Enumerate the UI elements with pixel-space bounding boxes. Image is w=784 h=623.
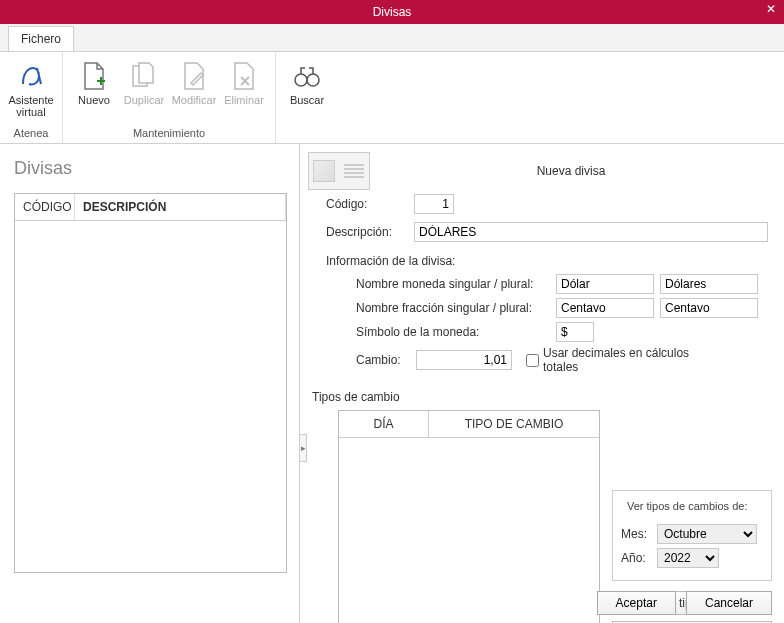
row-descripcion: Descripción: [308, 222, 772, 242]
ver-tipos-fieldset: Ver tipos de cambios de: Mes: Octubre Añ… [612, 490, 772, 581]
new-doc-icon [78, 60, 110, 92]
view-mode-icon[interactable] [308, 152, 370, 190]
duplicate-icon [128, 60, 160, 92]
cambio-input[interactable] [416, 350, 512, 370]
row-mes: Mes: Octubre [621, 524, 763, 544]
col-descripcion[interactable]: DESCRIPCIÓN [75, 194, 286, 220]
lines-icon [339, 153, 369, 189]
edit-icon [178, 60, 210, 92]
ribbon-group-atenea: Asistente virtual Atenea [0, 52, 63, 143]
ribbon-group-mantenimiento: Nuevo Duplicar Modificar Eliminar [63, 52, 276, 143]
panel-header: Nueva divisa [308, 152, 772, 190]
row-cambio: Cambio: Usar decimales en cálculos total… [308, 344, 772, 376]
svg-point-0 [295, 74, 307, 86]
cambio-label: Cambio: [356, 353, 416, 367]
ribbon-group-buscar: Buscar [276, 52, 338, 143]
delete-icon [228, 60, 260, 92]
col-dia[interactable]: DÍA [339, 411, 429, 437]
col-codigo[interactable]: CÓDIGO [15, 194, 75, 220]
decimales-checkbox-wrap[interactable]: Usar decimales en cálculos totales [526, 346, 726, 374]
tipos-grid[interactable]: DÍA TIPO DE CAMBIO [338, 410, 600, 623]
divisas-grid[interactable]: CÓDIGO DESCRIPCIÓN [14, 193, 287, 573]
ver-tipos-label: Ver tipos de cambios de: [623, 500, 751, 512]
info-label: Información de la divisa: [308, 246, 772, 272]
mes-select[interactable]: Octubre [657, 524, 757, 544]
nombre-moneda-label: Nombre moneda singular / plural: [356, 277, 556, 291]
descripcion-label: Descripción: [326, 225, 414, 239]
aceptar-button[interactable]: Aceptar [597, 591, 676, 615]
nombre-moneda-sing-input[interactable] [556, 274, 654, 294]
close-icon[interactable]: ✕ [766, 2, 776, 16]
decimales-checkbox[interactable] [526, 354, 539, 367]
row-codigo: Código: [308, 194, 772, 214]
window-title: Divisas [373, 5, 412, 19]
row-simbolo: Símbolo de la moneda: [308, 320, 772, 344]
simbolo-label: Símbolo de la moneda: [356, 325, 556, 339]
asistente-virtual-button[interactable]: Asistente virtual [6, 56, 56, 125]
tipos-label: Tipos de cambio [308, 376, 772, 410]
cancelar-button[interactable]: Cancelar [686, 591, 772, 615]
row-nombre-moneda: Nombre moneda singular / plural: [308, 272, 772, 296]
duplicar-label: Duplicar [124, 94, 164, 106]
detail-panel: ▸ Nueva divisa Código: Descripción: Info… [300, 144, 784, 623]
titlebar: Divisas ✕ [0, 0, 784, 24]
mes-label: Mes: [621, 527, 657, 541]
group-label-empty [305, 125, 308, 141]
group-label-atenea: Atenea [14, 125, 49, 141]
group-label-mant: Mantenimiento [133, 125, 205, 141]
modificar-label: Modificar [172, 94, 217, 106]
expander-handle[interactable]: ▸ [299, 434, 307, 462]
modificar-button[interactable]: Modificar [169, 56, 219, 125]
col-tipo-cambio[interactable]: TIPO DE CAMBIO [429, 411, 599, 437]
nuevo-button[interactable]: Nuevo [69, 56, 119, 125]
dialog-footer: Aceptar Cancelar [597, 591, 772, 615]
asistente-label: Asistente virtual [8, 94, 54, 118]
tab-fichero[interactable]: Fichero [8, 26, 74, 51]
nombre-moneda-plur-input[interactable] [660, 274, 758, 294]
nuevo-label: Nuevo [78, 94, 110, 106]
panel-title: Nueva divisa [370, 164, 772, 178]
nombre-fraccion-sing-input[interactable] [556, 298, 654, 318]
nombre-fraccion-plur-input[interactable] [660, 298, 758, 318]
alpha-icon [15, 60, 47, 92]
decimales-label: Usar decimales en cálculos totales [543, 346, 726, 374]
ano-label: Año: [621, 551, 657, 565]
binoculars-icon [291, 60, 323, 92]
nombre-fraccion-label: Nombre fracción singular / plural: [356, 301, 556, 315]
buscar-label: Buscar [290, 94, 324, 106]
grid-header: CÓDIGO DESCRIPCIÓN [15, 194, 286, 221]
left-panel: Divisas CÓDIGO DESCRIPCIÓN [0, 144, 300, 623]
simbolo-input[interactable] [556, 322, 594, 342]
codigo-label: Código: [326, 197, 414, 211]
tipos-grid-header: DÍA TIPO DE CAMBIO [339, 411, 599, 438]
svg-point-1 [307, 74, 319, 86]
thumb-icon [313, 160, 335, 182]
buscar-button[interactable]: Buscar [282, 56, 332, 125]
eliminar-label: Eliminar [224, 94, 264, 106]
main-area: Divisas CÓDIGO DESCRIPCIÓN ▸ Nueva divis… [0, 144, 784, 623]
duplicar-button[interactable]: Duplicar [119, 56, 169, 125]
page-title: Divisas [14, 158, 287, 179]
eliminar-button[interactable]: Eliminar [219, 56, 269, 125]
ano-select[interactable]: 2022 [657, 548, 719, 568]
codigo-input[interactable] [414, 194, 454, 214]
ribbon: Asistente virtual Atenea Nuevo Duplicar [0, 52, 784, 144]
row-ano: Año: 2022 [621, 548, 763, 568]
descripcion-input[interactable] [414, 222, 768, 242]
ribbon-tabstrip: Fichero [0, 24, 784, 52]
row-nombre-fraccion: Nombre fracción singular / plural: [308, 296, 772, 320]
